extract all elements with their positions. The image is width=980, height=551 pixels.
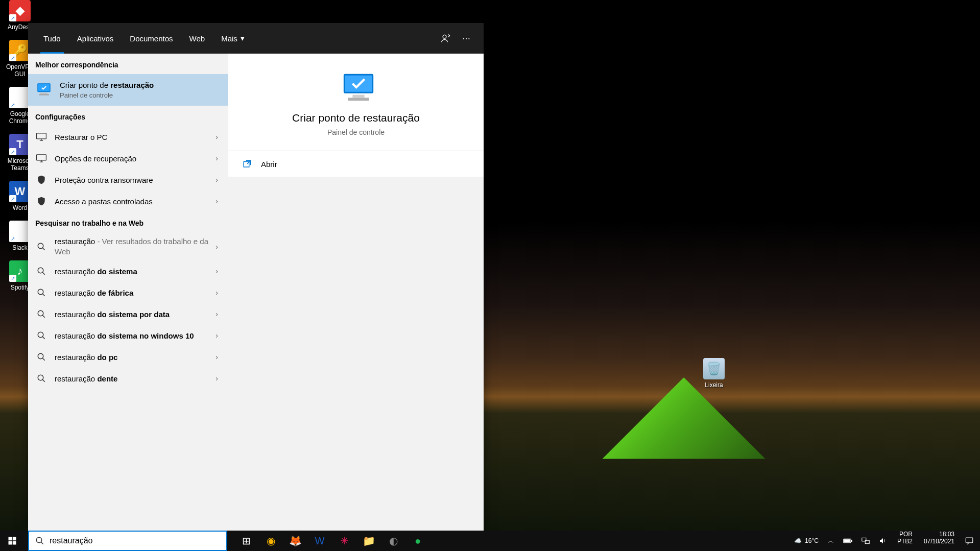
photoscape-icon: ◐ — [389, 535, 398, 547]
svg-rect-24 — [851, 540, 852, 542]
recycle-bin[interactable]: 🗑️ Lixeira — [698, 358, 730, 389]
web-search-item[interactable]: restauração do sistema por data› — [28, 303, 228, 325]
search-tabs: Tudo Aplicativos Documentos Web Mais ▾ ⋯ — [28, 23, 484, 54]
tab-apps[interactable]: Aplicativos — [69, 23, 122, 54]
taskbar-firefox[interactable]: 🦊 — [283, 531, 307, 551]
monitor-check-icon — [35, 81, 53, 99]
more-options-icon[interactable]: ⋯ — [456, 28, 476, 49]
web-search-item[interactable]: restauração do sistema no windows 10› — [28, 325, 228, 346]
results-right-pane: Criar ponto de restauração Painel de con… — [228, 54, 484, 531]
tab-more[interactable]: Mais ▾ — [213, 23, 253, 54]
feedback-icon[interactable] — [436, 28, 456, 49]
tab-web[interactable]: Web — [181, 23, 213, 54]
chrome-icon: ◉ — [267, 535, 275, 547]
notifications-icon[interactable] — [963, 531, 976, 551]
taskbar-photoscape[interactable]: ◐ — [381, 531, 405, 551]
chevron-right-icon: › — [212, 310, 221, 318]
search-icon — [35, 329, 47, 342]
web-header: Pesquisar no trabalho e na Web — [28, 212, 228, 232]
chevron-right-icon: › — [212, 331, 221, 340]
chevron-right-icon: › — [212, 353, 221, 361]
taskbar-word[interactable]: W — [307, 531, 332, 551]
svg-rect-4 — [39, 94, 49, 95]
svg-point-12 — [38, 354, 43, 360]
chevron-right-icon: › — [212, 289, 221, 297]
search-icon — [35, 536, 44, 545]
taskbar-apps: ⊞◉🦊W✳📁◐● — [234, 531, 430, 551]
svg-point-11 — [38, 332, 43, 338]
preview-subtitle: Painel de controle — [327, 128, 385, 136]
slack-icon: ✳ — [340, 535, 349, 547]
shield-icon — [35, 195, 47, 207]
svg-rect-6 — [37, 155, 46, 160]
chevron-right-icon: › — [212, 267, 221, 275]
web-search-item[interactable]: restauração - Ver resultados do trabalho… — [28, 232, 228, 260]
search-panel: Tudo Aplicativos Documentos Web Mais ▾ ⋯… — [28, 23, 484, 531]
svg-rect-19 — [9, 537, 12, 541]
language-indicator[interactable]: POR PTB2 — [894, 531, 916, 551]
preview-title: Criar ponto de restauração — [292, 112, 420, 124]
web-search-item[interactable]: restauração dente› — [28, 368, 228, 389]
settings-header: Configurações — [28, 106, 228, 126]
weather-icon: ☁️ — [794, 537, 802, 544]
start-button[interactable] — [0, 531, 25, 551]
weather-widget[interactable]: ☁️ 16°C — [792, 531, 821, 551]
word-icon: W — [315, 535, 325, 547]
svg-point-29 — [36, 537, 42, 543]
chevron-down-icon: ▾ — [241, 34, 245, 43]
tab-docs[interactable]: Documentos — [122, 23, 181, 54]
best-match-header: Melhor correspondência — [28, 54, 228, 74]
network-icon[interactable] — [859, 531, 872, 551]
search-icon — [35, 308, 47, 320]
settings-item[interactable]: Opções de recuperação› — [28, 148, 228, 169]
system-tray: ☁️ 16°C ︿ POR PTB2 18:03 07/10/2021 — [792, 531, 980, 551]
svg-rect-21 — [9, 541, 12, 545]
search-input[interactable] — [50, 536, 220, 545]
pc-icon — [35, 131, 47, 143]
chevron-right-icon: › — [212, 133, 221, 141]
svg-rect-17 — [348, 98, 369, 101]
search-icon — [35, 241, 47, 253]
settings-item[interactable]: Acesso a pastas controladas› — [28, 190, 228, 212]
web-search-item[interactable]: restauração de fábrica› — [28, 282, 228, 303]
search-icon — [35, 265, 47, 277]
svg-rect-16 — [352, 95, 364, 98]
action-open[interactable]: Abrir — [228, 151, 484, 177]
battery-icon[interactable] — [841, 531, 854, 551]
web-search-item[interactable]: restauração do pc› — [28, 346, 228, 368]
spotify-icon: ● — [415, 535, 421, 547]
settings-item[interactable]: Restaurar o PC› — [28, 126, 228, 148]
svg-rect-28 — [966, 538, 973, 543]
search-icon — [35, 351, 47, 363]
taskbar-spotify[interactable]: ● — [405, 531, 430, 551]
web-search-item[interactable]: restauração do sistema› — [28, 260, 228, 282]
svg-rect-20 — [13, 537, 16, 541]
open-icon — [243, 159, 253, 169]
preview-card: Criar ponto de restauração Painel de con… — [228, 54, 484, 151]
firefox-icon: 🦊 — [289, 535, 302, 547]
volume-icon[interactable] — [877, 531, 889, 551]
taskbar-explorer[interactable]: 📁 — [356, 531, 381, 551]
settings-item[interactable]: Proteção contra ransomware› — [28, 169, 228, 190]
svg-point-8 — [38, 268, 43, 274]
shield-icon — [35, 174, 47, 186]
taskbar-task-view[interactable]: ⊞ — [234, 531, 258, 551]
chevron-right-icon: › — [212, 154, 221, 162]
svg-point-7 — [38, 243, 43, 249]
tray-chevron-icon[interactable]: ︿ — [826, 531, 836, 551]
taskbar-chrome[interactable]: ◉ — [258, 531, 283, 551]
search-box[interactable] — [28, 531, 227, 551]
chevron-right-icon: › — [212, 197, 221, 205]
action-open-label: Abrir — [261, 160, 277, 169]
svg-rect-3 — [40, 93, 47, 94]
tab-all[interactable]: Tudo — [35, 23, 69, 54]
best-match-result[interactable]: Criar ponto de restauração Painel de con… — [28, 74, 228, 106]
chevron-right-icon: › — [212, 243, 221, 251]
results-left-pane: Melhor correspondência Criar ponto de re… — [28, 54, 228, 531]
taskbar-slack[interactable]: ✳ — [332, 531, 356, 551]
svg-point-10 — [38, 311, 43, 317]
explorer-icon: 📁 — [363, 535, 375, 547]
clock[interactable]: 18:03 07/10/2021 — [921, 531, 958, 551]
chevron-right-icon: › — [212, 374, 221, 382]
search-icon — [35, 372, 47, 385]
